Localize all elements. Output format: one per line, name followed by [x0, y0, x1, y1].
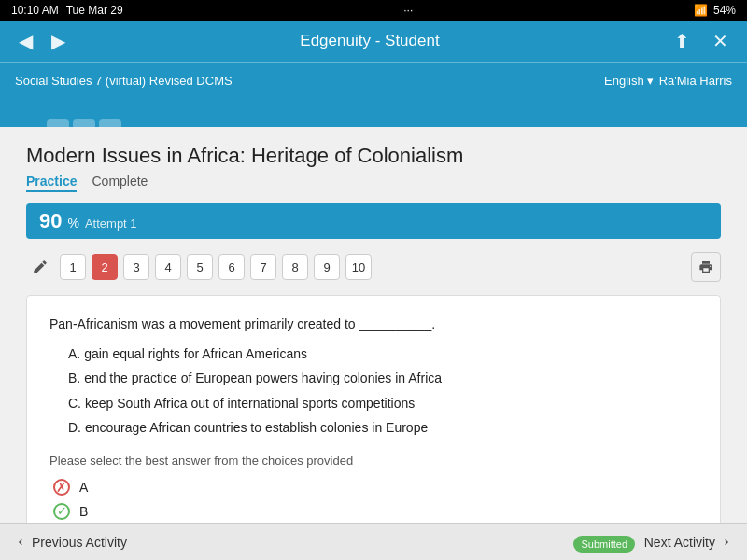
radio-option-b[interactable]: B	[53, 503, 698, 520]
q-num-10[interactable]: 10	[345, 254, 372, 280]
q-num-1[interactable]: 1	[60, 254, 86, 280]
score-percent: %	[67, 216, 78, 231]
close-button[interactable]: ✕	[709, 26, 732, 56]
lesson-tabs: Practice Complete	[26, 174, 721, 192]
user-name: Ra'Mia Harris	[659, 74, 732, 88]
radio-label-b: B	[79, 504, 88, 519]
radio-circle-a	[53, 479, 70, 496]
question-text: Pan-Africanism was a movement primarily …	[49, 315, 698, 334]
course-header: Social Studies 7 (virtual) Revised DCMS …	[0, 62, 747, 99]
attempt-label: Attempt 1	[85, 217, 137, 231]
tab-bar	[0, 99, 747, 127]
question-card: Pan-Africanism was a movement primarily …	[26, 295, 721, 560]
prev-label: Previous Activity	[32, 535, 127, 550]
course-name: Social Studies 7 (virtual) Revised DCMS	[15, 74, 233, 88]
tab-1[interactable]	[47, 119, 69, 127]
forward-button[interactable]: ▶	[48, 26, 69, 56]
question-nav: 1 2 3 4 5 6 7 8 9 10	[26, 252, 721, 282]
wifi-icon: 📶	[694, 4, 708, 17]
q-num-4[interactable]: 4	[155, 254, 181, 280]
language-selector[interactable]: English ▾	[604, 74, 654, 88]
option-b: B. end the practice of European powers h…	[68, 368, 698, 388]
instruction-text: Please select the best answer from the c…	[49, 454, 698, 468]
q-num-9[interactable]: 9	[314, 254, 340, 280]
content-area: Modern Issues in Africa: Heritage of Col…	[0, 127, 747, 560]
back-button[interactable]: ◀	[15, 26, 36, 56]
radio-circle-b	[53, 503, 70, 520]
dots-indicator: ···	[403, 4, 413, 17]
share-button[interactable]: ⬆	[670, 26, 694, 56]
q-num-6[interactable]: 6	[218, 254, 245, 280]
q-num-8[interactable]: 8	[282, 254, 308, 280]
lesson-title: Modern Issues in Africa: Heritage of Col…	[26, 144, 721, 168]
tab-2[interactable]	[73, 119, 95, 127]
time-display: 10:10 AM	[11, 4, 59, 17]
tab-practice[interactable]: Practice	[26, 174, 77, 192]
option-d: D. encourage African countries to establ…	[68, 417, 698, 438]
radio-label-a: A	[79, 480, 88, 495]
tab-complete[interactable]: Complete	[92, 174, 148, 192]
q-num-2[interactable]: 2	[92, 254, 118, 280]
radio-option-a[interactable]: A	[53, 479, 698, 496]
answer-options: A. gain equal rights for African America…	[49, 343, 698, 439]
option-c: C. keep South Africa out of internationa…	[68, 393, 698, 413]
prev-activity-button[interactable]: Previous Activity	[15, 535, 127, 550]
app-title: Edgenuity - Student	[69, 32, 670, 50]
edit-button[interactable]	[26, 253, 54, 281]
language-label: English	[604, 74, 644, 88]
tab-3[interactable]	[99, 119, 121, 127]
battery-display: 54%	[713, 4, 736, 17]
next-label: Next Activity	[644, 535, 715, 550]
q-num-3[interactable]: 3	[123, 254, 149, 280]
next-activity-button[interactable]: Next Activity	[644, 535, 732, 550]
q-num-5[interactable]: 5	[187, 254, 213, 280]
q-num-7[interactable]: 7	[250, 254, 276, 280]
status-bar: 10:10 AM Tue Mar 29 ··· 📶 54%	[0, 0, 747, 21]
print-button[interactable]	[691, 252, 721, 282]
bottom-bar: Previous Activity Submitted Next Activit…	[0, 523, 747, 560]
submitted-badge: Submitted	[573, 536, 635, 553]
option-a: A. gain equal rights for African America…	[68, 343, 698, 364]
language-chevron: ▾	[647, 74, 654, 88]
score-bar: 90 % Attempt 1	[26, 203, 721, 239]
score-number: 90	[39, 209, 62, 233]
date-display: Tue Mar 29	[66, 4, 123, 17]
title-bar: ◀ ▶ Edgenuity - Student ⬆ ✕	[0, 21, 747, 62]
